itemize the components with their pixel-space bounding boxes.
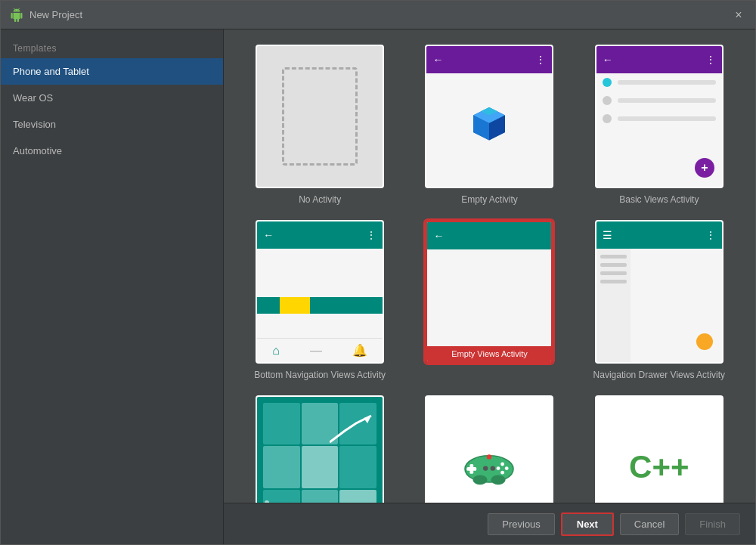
empty-activity-appbar: ← ⋮: [426, 46, 552, 73]
bottom-nav-bar: ⌂ — 🔔: [257, 338, 383, 362]
main-area: No Activity ← ⋮: [224, 29, 755, 544]
next-button[interactable]: Next: [561, 512, 614, 536]
cpp-logo: C++: [629, 449, 689, 485]
sidebar-category: Templates: [1, 37, 223, 58]
template-charts[interactable]: Google Maps Views Activity: [246, 395, 393, 503]
new-project-window: New Project × Templates Phone and Tablet…: [0, 0, 756, 545]
cube-icon: [466, 103, 512, 148]
templates-grid: No Activity ← ⋮: [224, 29, 755, 503]
svg-point-17: [487, 454, 491, 459]
overflow-icon: ⋮: [535, 54, 546, 66]
svg-point-10: [497, 466, 500, 470]
template-nav-drawer[interactable]: ☰ ⋮: [586, 220, 733, 380]
nav-drawer-appbar: ☰ ⋮: [596, 221, 722, 249]
template-thumb-bottom-nav: ← ⋮ ⌂ — 🔔: [256, 220, 384, 364]
template-thumb-no-activity: [256, 45, 384, 188]
template-basic-views[interactable]: ← ⋮: [586, 45, 733, 205]
template-label-nav-drawer: Navigation Drawer Views Activity: [593, 370, 726, 380]
nav-dash-icon: —: [310, 344, 322, 358]
nav-notify-icon: 🔔: [352, 343, 367, 358]
nav-home-icon: ⌂: [272, 344, 280, 358]
basic-views-appbar: ← ⋮: [596, 46, 722, 73]
template-bottom-nav[interactable]: ← ⋮ ⌂ — 🔔: [246, 220, 393, 380]
back-arrow-icon: ←: [432, 54, 443, 66]
drawer-sidebar: [596, 249, 631, 362]
list-item-1: [596, 73, 722, 91]
template-empty-activity[interactable]: ← ⋮: [416, 45, 562, 205]
overflow-icon2: ⋮: [705, 54, 716, 66]
template-thumb-charts: [256, 395, 384, 503]
bottom-bar: Previous Next Cancel Finish: [224, 503, 755, 544]
back-arrow-icon5: ☰: [603, 229, 612, 241]
sidebar-item-automotive[interactable]: Automotive: [1, 138, 223, 164]
svg-point-11: [505, 466, 509, 470]
nav-drawer-body: [596, 249, 722, 362]
template-label-empty-activity: Empty Activity: [461, 194, 518, 205]
selected-label-bar: Empty Views Activity: [427, 346, 551, 361]
bottom-nav-appbar: ← ⋮: [257, 221, 383, 249]
android-logo-icon: [10, 8, 23, 22]
back-arrow-icon3: ←: [263, 229, 274, 241]
overflow-icon5: ⋮: [705, 229, 716, 241]
template-empty-views[interactable]: ← Empty Views Activity: [416, 220, 562, 380]
window-title: New Project: [29, 9, 731, 20]
svg-marker-5: [364, 416, 371, 423]
svg-rect-8: [467, 467, 477, 471]
svg-point-15: [473, 475, 488, 485]
drawer-fab: [696, 333, 713, 350]
template-thumb-basic-views: ← ⋮: [595, 45, 723, 188]
template-thumb-empty-views: ← Empty Views Activity: [425, 220, 553, 364]
content-area: Templates Phone and Tablet Wear OS Telev…: [1, 29, 755, 544]
previous-button[interactable]: Previous: [488, 513, 555, 535]
overflow-icon3: ⋮: [366, 229, 376, 241]
svg-point-14: [491, 466, 495, 470]
close-button[interactable]: ×: [731, 8, 746, 23]
teal-block: [257, 297, 383, 314]
sidebar-item-wear-os[interactable]: Wear OS: [1, 85, 223, 111]
template-game[interactable]: Game Activity: [416, 395, 562, 503]
empty-views-body: [427, 249, 551, 361]
template-thumb-nav-drawer: ☰ ⋮: [595, 220, 723, 364]
back-arrow-icon4: ←: [433, 230, 444, 242]
svg-point-13: [483, 466, 488, 470]
yellow-block: [280, 297, 310, 314]
list-item-3: [596, 110, 722, 128]
template-label-basic-views: Basic Views Activity: [619, 194, 699, 205]
template-no-activity[interactable]: No Activity: [246, 45, 393, 205]
empty-activity-body: [426, 73, 552, 187]
title-bar: New Project ×: [1, 1, 755, 29]
gamepad-icon: [459, 444, 519, 490]
finish-button[interactable]: Finish: [685, 513, 740, 535]
bottom-nav-body: [257, 249, 383, 338]
no-activity-dashed-rect: [282, 67, 358, 166]
template-thumb-native-cpp: C++: [595, 395, 723, 503]
template-native-cpp[interactable]: C++ Native C++: [586, 395, 733, 503]
fab-icon: +: [695, 158, 714, 178]
chart-dots: [265, 500, 269, 503]
cancel-button[interactable]: Cancel: [620, 513, 679, 535]
list-item-2: [596, 91, 722, 110]
template-label-no-activity: No Activity: [299, 194, 341, 205]
sidebar: Templates Phone and Tablet Wear OS Telev…: [1, 29, 224, 544]
sidebar-item-television[interactable]: Television: [1, 111, 223, 138]
cpp-thumb-body: C++: [596, 397, 722, 503]
chart-trend-icon: [330, 412, 375, 450]
sidebar-item-phone-tablet[interactable]: Phone and Tablet: [1, 58, 223, 85]
empty-views-appbar: ←: [427, 222, 551, 249]
game-thumb-body: [426, 397, 552, 503]
svg-point-9: [501, 463, 505, 466]
back-arrow-icon2: ←: [603, 54, 613, 66]
svg-point-16: [491, 475, 506, 485]
template-thumb-game: [425, 395, 553, 503]
svg-point-12: [501, 471, 505, 475]
template-label-bottom-nav: Bottom Navigation Views Activity: [254, 370, 386, 380]
basic-views-body: +: [596, 73, 722, 187]
template-thumb-empty-activity: ← ⋮: [425, 45, 553, 188]
